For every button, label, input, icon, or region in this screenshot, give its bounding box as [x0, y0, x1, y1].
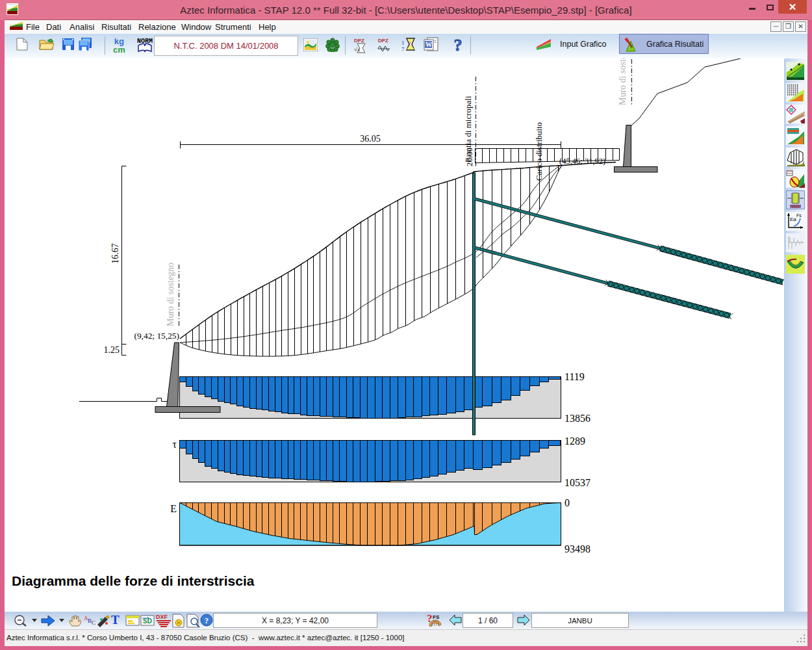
svg-text:DXF: DXF: [156, 614, 168, 620]
svg-text:W: W: [425, 41, 432, 48]
svg-text:Muro di sostegno: Muro di sostegno: [618, 58, 628, 105]
svg-text:(9,42; 15,25): (9,42; 15,25): [134, 331, 179, 341]
svg-text:13856: 13856: [565, 413, 590, 424]
svg-text:36.05: 36.05: [360, 134, 381, 144]
svg-text:?: ?: [205, 616, 209, 625]
svg-text:Fs: Fs: [796, 213, 802, 218]
svg-text:NORM: NORM: [137, 38, 153, 45]
svg-text:?: ?: [454, 37, 463, 54]
svg-text:FS: FS: [433, 614, 440, 620]
svg-text:1: 1: [401, 40, 405, 46]
svg-text:DPZ: DPZ: [354, 38, 364, 44]
svg-text:(45,46; 31,92): (45,46; 31,92): [559, 157, 605, 166]
svg-text:1.25: 1.25: [104, 345, 120, 355]
svg-text:√x: √x: [354, 46, 361, 53]
svg-text:Muro di sostegno: Muro di sostegno: [166, 263, 175, 326]
svg-text:C: C: [92, 619, 95, 626]
svg-text:E: E: [170, 503, 177, 514]
svg-text:Ea: Ea: [790, 216, 796, 222]
svg-text:20.00: 20.00: [465, 148, 474, 166]
svg-text:τ: τ: [173, 439, 177, 450]
svg-text:1289: 1289: [565, 436, 585, 447]
svg-text:SD: SD: [143, 618, 152, 625]
svg-text:10537: 10537: [565, 477, 590, 488]
svg-text:DPZ: DPZ: [378, 38, 388, 44]
svg-text:2: 2: [408, 40, 411, 47]
svg-text:7: 7: [401, 46, 405, 53]
svg-text:93498: 93498: [565, 543, 590, 554]
svg-text:16.67: 16.67: [110, 243, 120, 264]
svg-text:0: 0: [565, 497, 570, 508]
svg-text:1119: 1119: [565, 371, 585, 382]
svg-text:Carico distribuito: Carico distribuito: [535, 122, 544, 181]
